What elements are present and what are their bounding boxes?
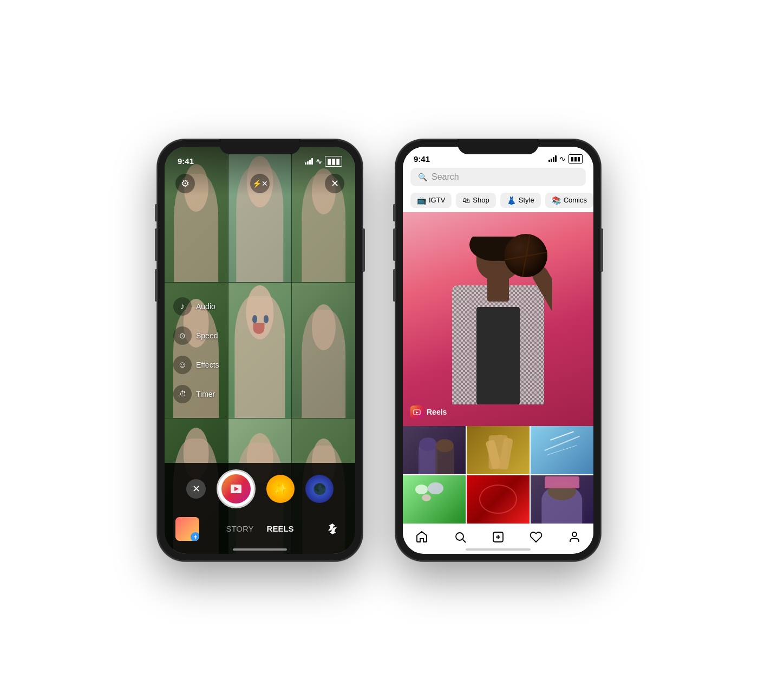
volume-up-button[interactable] bbox=[155, 228, 157, 261]
timer-icon: ⏱ bbox=[173, 385, 192, 403]
reels-logo-icon bbox=[228, 481, 244, 496]
right-phone: 9:41 ∿ ▮▮▮ 🔍 Search bbox=[395, 139, 601, 561]
signal-bar-r1 bbox=[548, 160, 550, 162]
thumb-6[interactable] bbox=[531, 475, 593, 524]
comics-label: Comics bbox=[564, 196, 587, 204]
thumb-4[interactable] bbox=[403, 475, 466, 524]
flip-camera-button[interactable] bbox=[321, 517, 344, 541]
dismiss-button[interactable]: ✕ bbox=[186, 479, 206, 499]
comics-chip[interactable]: 📚 Comics bbox=[545, 193, 593, 208]
wifi-icon-right: ∿ bbox=[559, 154, 566, 163]
mute-button[interactable] bbox=[155, 204, 157, 221]
reels-badge-icon bbox=[410, 405, 423, 418]
capture-button[interactable] bbox=[217, 469, 256, 508]
shop-icon: 🛍 bbox=[462, 196, 470, 205]
left-phone: 9:41 ∿ ▮▮▮ ⚙ ⚡✕ ✕ bbox=[157, 139, 363, 561]
reels-tab[interactable]: REELS bbox=[267, 524, 294, 533]
mode-row: + STORY REELS bbox=[175, 517, 344, 541]
close-icon[interactable]: ✕ bbox=[325, 174, 344, 193]
battery-icon-right: ▮▮▮ bbox=[568, 154, 583, 163]
status-bar-left: 9:41 ∿ ▮▮▮ bbox=[165, 147, 355, 171]
time-left: 9:41 bbox=[178, 156, 194, 166]
profile-nav-button[interactable] bbox=[568, 531, 581, 544]
status-bar-right: 9:41 ∿ ▮▮▮ bbox=[403, 147, 593, 163]
face-cell-5 bbox=[228, 283, 292, 418]
camera-mode-tabs: STORY REELS bbox=[226, 524, 293, 533]
thumb-5[interactable] bbox=[467, 475, 530, 524]
timer-label: Timer bbox=[196, 390, 215, 398]
status-icons-right: ∿ ▮▮▮ bbox=[548, 154, 583, 163]
featured-photo: Reels bbox=[403, 212, 593, 426]
camera-screen: 9:41 ∿ ▮▮▮ ⚙ ⚡✕ ✕ bbox=[165, 147, 355, 554]
explore-grid bbox=[403, 426, 593, 524]
thumb-3[interactable] bbox=[531, 426, 593, 474]
reels-badge-label: Reels bbox=[427, 408, 447, 416]
volume-down-button[interactable] bbox=[155, 269, 157, 302]
volume-down-button-right[interactable] bbox=[393, 269, 395, 302]
audio-control[interactable]: ♪ Audio bbox=[173, 297, 219, 316]
camera-background: 9:41 ∿ ▮▮▮ ⚙ ⚡✕ ✕ bbox=[165, 147, 355, 554]
camera-side-menu: ♪ Audio ⊙ Speed ☺ Effects ⏱ Timer bbox=[173, 297, 219, 403]
explore-content: 9:41 ∿ ▮▮▮ 🔍 Search bbox=[403, 147, 593, 554]
style-icon: 👗 bbox=[507, 196, 516, 205]
thumb-1[interactable] bbox=[403, 426, 466, 474]
power-button-right[interactable] bbox=[601, 228, 603, 272]
settings-icon[interactable]: ⚙ bbox=[175, 174, 195, 193]
signal-bar-3 bbox=[309, 160, 311, 165]
shop-chip[interactable]: 🛍 Shop bbox=[456, 193, 495, 208]
home-indicator-right bbox=[466, 548, 531, 551]
wifi-icon: ∿ bbox=[316, 157, 322, 166]
search-bar[interactable]: 🔍 Search bbox=[410, 168, 586, 186]
reels-badge: Reels bbox=[410, 405, 447, 418]
signal-bar-r2 bbox=[551, 159, 552, 162]
power-button[interactable] bbox=[363, 228, 365, 272]
face-cell-6 bbox=[292, 283, 355, 418]
speed-control[interactable]: ⊙ Speed bbox=[173, 326, 219, 345]
signal-icon-right bbox=[548, 155, 557, 162]
camera-bottom: ✕ bbox=[165, 463, 355, 554]
search-bar-wrapper: 🔍 Search bbox=[403, 163, 593, 191]
svg-point-10 bbox=[572, 532, 577, 537]
add-to-gallery-icon: + bbox=[191, 532, 199, 541]
audio-icon: ♪ bbox=[173, 297, 192, 316]
search-bar-icon: 🔍 bbox=[418, 173, 427, 181]
battery-icon: ▮▮▮ bbox=[325, 156, 342, 167]
comics-icon: 📚 bbox=[552, 196, 561, 205]
style-chip[interactable]: 👗 Style bbox=[500, 193, 541, 208]
add-post-button[interactable] bbox=[492, 531, 505, 544]
signal-icon bbox=[305, 158, 313, 165]
signal-bar-r4 bbox=[555, 155, 557, 162]
gallery-thumbnail[interactable]: + bbox=[175, 517, 199, 541]
gold-filter-button[interactable]: ✨ bbox=[266, 475, 295, 503]
effects-icon: ☺ bbox=[173, 356, 192, 374]
igtv-chip[interactable]: 📺 IGTV bbox=[410, 193, 452, 208]
effects-label: Effects bbox=[196, 361, 219, 369]
timer-control[interactable]: ⏱ Timer bbox=[173, 385, 219, 403]
search-nav-button[interactable] bbox=[454, 531, 467, 544]
svg-marker-4 bbox=[416, 411, 419, 414]
effects-control[interactable]: ☺ Effects bbox=[173, 356, 219, 374]
speed-label: Speed bbox=[196, 331, 218, 340]
time-right: 9:41 bbox=[414, 154, 430, 163]
status-icons-left: ∿ ▮▮▮ bbox=[305, 156, 342, 167]
category-chips: 📺 IGTV 🛍 Shop 👗 Style 📚 Comics 🎬 bbox=[403, 191, 593, 212]
flash-icon[interactable]: ⚡✕ bbox=[250, 174, 270, 193]
main-photo-area: Reels bbox=[403, 212, 593, 426]
signal-bar-2 bbox=[307, 161, 309, 165]
explore-screen: 9:41 ∿ ▮▮▮ 🔍 Search bbox=[403, 147, 593, 554]
mute-button-right[interactable] bbox=[393, 204, 395, 221]
igtv-label: IGTV bbox=[429, 196, 445, 204]
activity-nav-button[interactable] bbox=[530, 531, 543, 544]
home-nav-button[interactable] bbox=[415, 531, 428, 544]
igtv-icon: 📺 bbox=[417, 196, 426, 205]
svg-point-5 bbox=[456, 533, 463, 540]
story-tab[interactable]: STORY bbox=[226, 524, 253, 533]
shop-label: Shop bbox=[473, 196, 489, 204]
blue-filter-button[interactable]: 🌑 bbox=[305, 475, 334, 503]
style-label: Style bbox=[519, 196, 534, 204]
search-placeholder: Search bbox=[432, 172, 459, 182]
volume-up-button-right[interactable] bbox=[393, 228, 395, 261]
thumb-2[interactable] bbox=[467, 426, 530, 474]
signal-bar-4 bbox=[311, 158, 313, 165]
audio-label: Audio bbox=[196, 302, 215, 311]
